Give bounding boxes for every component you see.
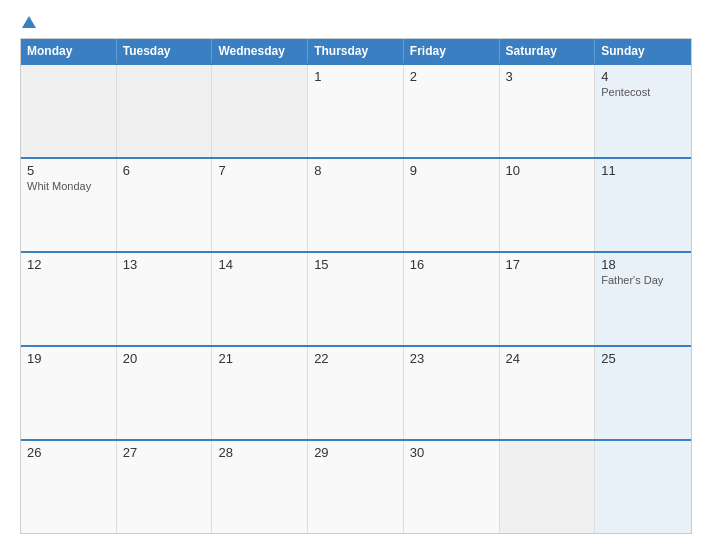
day-number: 23 [410, 351, 493, 366]
day-number: 3 [506, 69, 589, 84]
day-number: 6 [123, 163, 206, 178]
day-number: 8 [314, 163, 397, 178]
day-number: 17 [506, 257, 589, 272]
day-number: 22 [314, 351, 397, 366]
cal-cell: 23 [404, 347, 500, 439]
cal-cell: 15 [308, 253, 404, 345]
cal-cell: 2 [404, 65, 500, 157]
cal-cell: 8 [308, 159, 404, 251]
cal-cell [212, 65, 308, 157]
day-number: 30 [410, 445, 493, 460]
day-number: 16 [410, 257, 493, 272]
col-header-thursday: Thursday [308, 39, 404, 63]
day-number: 18 [601, 257, 685, 272]
day-number: 1 [314, 69, 397, 84]
calendar-page: MondayTuesdayWednesdayThursdayFridaySatu… [0, 0, 712, 550]
event-label: Father's Day [601, 274, 685, 286]
day-number: 24 [506, 351, 589, 366]
cal-cell: 28 [212, 441, 308, 533]
cal-cell: 4Pentecost [595, 65, 691, 157]
day-number: 27 [123, 445, 206, 460]
cal-cell: 10 [500, 159, 596, 251]
cal-cell: 12 [21, 253, 117, 345]
day-number: 25 [601, 351, 685, 366]
logo [20, 16, 38, 28]
cal-cell: 17 [500, 253, 596, 345]
week-row-2: 5Whit Monday67891011 [21, 157, 691, 251]
cal-cell [500, 441, 596, 533]
calendar-header: MondayTuesdayWednesdayThursdayFridaySatu… [21, 39, 691, 63]
event-label: Pentecost [601, 86, 685, 98]
day-number: 4 [601, 69, 685, 84]
calendar-grid: MondayTuesdayWednesdayThursdayFridaySatu… [20, 38, 692, 534]
cal-cell: 22 [308, 347, 404, 439]
day-number: 26 [27, 445, 110, 460]
day-number: 7 [218, 163, 301, 178]
day-number: 5 [27, 163, 110, 178]
day-number: 19 [27, 351, 110, 366]
cal-cell: 18Father's Day [595, 253, 691, 345]
logo-triangle-icon [22, 16, 36, 28]
event-label: Whit Monday [27, 180, 110, 192]
col-header-sunday: Sunday [595, 39, 691, 63]
cal-cell [595, 441, 691, 533]
day-number: 11 [601, 163, 685, 178]
day-number: 13 [123, 257, 206, 272]
cal-cell: 19 [21, 347, 117, 439]
cal-cell: 30 [404, 441, 500, 533]
cal-cell: 20 [117, 347, 213, 439]
cal-cell: 24 [500, 347, 596, 439]
day-number: 21 [218, 351, 301, 366]
cal-cell: 21 [212, 347, 308, 439]
week-row-4: 19202122232425 [21, 345, 691, 439]
day-number: 20 [123, 351, 206, 366]
day-number: 29 [314, 445, 397, 460]
day-number: 14 [218, 257, 301, 272]
cal-cell: 27 [117, 441, 213, 533]
col-header-monday: Monday [21, 39, 117, 63]
cal-cell: 26 [21, 441, 117, 533]
cal-cell: 14 [212, 253, 308, 345]
cal-cell: 11 [595, 159, 691, 251]
col-header-saturday: Saturday [500, 39, 596, 63]
cal-cell: 6 [117, 159, 213, 251]
cal-cell [21, 65, 117, 157]
cal-cell: 9 [404, 159, 500, 251]
col-header-friday: Friday [404, 39, 500, 63]
day-number: 12 [27, 257, 110, 272]
cal-cell: 3 [500, 65, 596, 157]
col-header-tuesday: Tuesday [117, 39, 213, 63]
cal-cell [117, 65, 213, 157]
day-number: 10 [506, 163, 589, 178]
cal-cell: 16 [404, 253, 500, 345]
cal-cell: 25 [595, 347, 691, 439]
cal-cell: 13 [117, 253, 213, 345]
day-number: 15 [314, 257, 397, 272]
day-number: 9 [410, 163, 493, 178]
calendar-body: 1234Pentecost5Whit Monday678910111213141… [21, 63, 691, 533]
col-header-wednesday: Wednesday [212, 39, 308, 63]
week-row-5: 2627282930 [21, 439, 691, 533]
cal-cell: 29 [308, 441, 404, 533]
week-row-3: 12131415161718Father's Day [21, 251, 691, 345]
day-number: 2 [410, 69, 493, 84]
page-header [20, 16, 692, 28]
week-row-1: 1234Pentecost [21, 63, 691, 157]
cal-cell: 5Whit Monday [21, 159, 117, 251]
day-number: 28 [218, 445, 301, 460]
cal-cell: 7 [212, 159, 308, 251]
cal-cell: 1 [308, 65, 404, 157]
